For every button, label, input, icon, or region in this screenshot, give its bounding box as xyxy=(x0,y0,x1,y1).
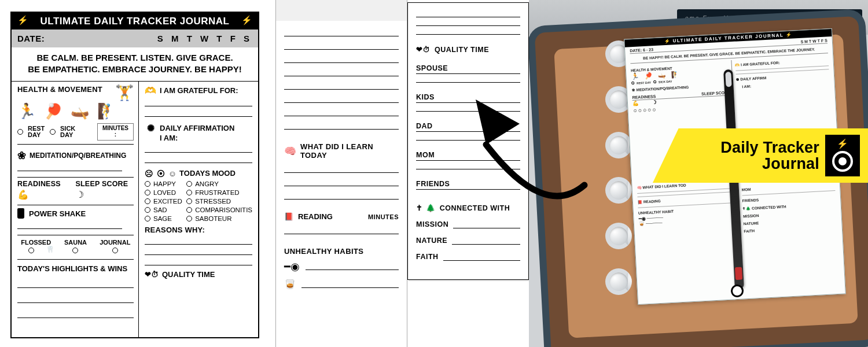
write-line[interactable] xyxy=(17,220,122,229)
mood-label: SABOTEUR xyxy=(195,215,231,222)
sleep-label: SLEEP SCORE xyxy=(76,180,134,188)
cross-tree-icon: ✝ 🌲 xyxy=(416,204,436,212)
write-line[interactable] xyxy=(443,255,520,261)
mood-radio[interactable] xyxy=(145,181,150,187)
pp-readiness: READINESS xyxy=(632,94,656,99)
write-line[interactable] xyxy=(453,223,520,228)
sparkle-icon: ✺ xyxy=(145,123,156,134)
health-heading: HEALTH & MOVEMENT xyxy=(17,85,102,94)
minutes-box[interactable]: MINUTES : xyxy=(97,123,134,141)
spouse-label[interactable]: SPOUSE xyxy=(416,64,520,74)
write-line[interactable] xyxy=(145,109,252,117)
day-selector[interactable]: S M T W T F S xyxy=(157,34,252,43)
right-column: 🫶 I AM GRATEFUL FOR: ✺ DAILY AFFIRMATION… xyxy=(139,82,258,339)
dumbbell-icon: 🏋 xyxy=(115,85,134,100)
power-shake-label: POWER SHAKE xyxy=(29,209,86,218)
badge-line-1: Daily Tracker xyxy=(679,139,819,156)
flossed-radio[interactable] xyxy=(28,248,34,253)
bolt-icon xyxy=(17,15,29,25)
highlights-lines[interactable] xyxy=(17,279,134,318)
dad-label[interactable]: DAD xyxy=(416,122,520,132)
faith-label: FAITH xyxy=(416,253,439,261)
write-line[interactable] xyxy=(452,239,520,245)
page-title-bar: ULTIMATE DAILY TRACKER JOURNAL xyxy=(12,13,258,29)
mood-radio[interactable] xyxy=(186,198,192,204)
journal-strip-b: ❤︎⏱ QUALITY TIME SPOUSE KIDS DAD MOM FRI… xyxy=(407,2,529,280)
bolt-icon xyxy=(664,39,671,45)
book-icon: 📕 xyxy=(284,212,293,221)
blank-lines[interactable] xyxy=(284,36,399,130)
write-line[interactable] xyxy=(145,237,252,245)
mood-label: SAGE xyxy=(153,215,172,222)
product-badge: Daily Tracker Journal xyxy=(653,128,868,183)
write-line[interactable] xyxy=(301,281,399,288)
left-column: HEALTH & MOVEMENT 🏋 🏃 🏓 🛶 🧗 REST DAY SIC… xyxy=(12,82,139,339)
sick-day-radio[interactable] xyxy=(50,129,56,135)
mantra-line-1: BE CALM. BE PRESENT. LISTEN. GIVE GRACE. xyxy=(23,52,247,64)
tooth-icon: 🦷 xyxy=(46,246,54,253)
ring-icon xyxy=(605,268,632,295)
write-line[interactable] xyxy=(17,162,122,171)
journal-radio[interactable] xyxy=(112,248,118,253)
mood-label: COMPARISONITIS xyxy=(195,206,252,213)
stopwatch-heart-icon: ❤︎⏱ xyxy=(416,45,431,54)
write-line[interactable] xyxy=(145,98,252,106)
friends-label[interactable]: FRIENDS xyxy=(416,180,520,190)
write-line[interactable] xyxy=(145,155,252,163)
mom-label[interactable]: MOM xyxy=(416,151,520,161)
sauna-label: SAUNA xyxy=(57,239,94,246)
pp-rest: REST DAY xyxy=(637,81,651,85)
rest-sick-row: REST DAY SICK DAY MINUTES : xyxy=(17,123,134,145)
meditation-row: ❀ MEDITATION/PQ/BREATHING xyxy=(17,149,134,162)
write-line[interactable] xyxy=(145,145,252,153)
sauna-radio[interactable] xyxy=(72,248,78,253)
mood-radio[interactable] xyxy=(186,181,192,187)
minutes-value: : xyxy=(102,131,128,138)
moon-icon: ☽ xyxy=(76,189,134,200)
nature-label: NATURE xyxy=(416,237,447,245)
highlights-heading: TODAY'S HIGHLIGHTS & WINS xyxy=(17,259,134,273)
mood-radio[interactable] xyxy=(145,207,150,213)
cigar-icon: ━◉ xyxy=(284,260,300,273)
pp-affirm: DAILY AFFIRM xyxy=(740,76,766,81)
date-label[interactable]: DATE: xyxy=(17,34,45,43)
mood-radio[interactable] xyxy=(186,216,192,222)
kayak-icon[interactable]: 🛶 xyxy=(71,104,89,119)
write-line[interactable] xyxy=(145,257,252,265)
pickleball-icon[interactable]: 🏓 xyxy=(44,104,62,119)
stopwatch-heart-icon: ❤︎⏱ xyxy=(145,270,159,279)
mantra-block: BE CALM. BE PRESENT. LISTEN. GIVE GRACE.… xyxy=(12,47,258,82)
mood-faces-icon: ☹ ⦿ ☺ xyxy=(145,169,177,178)
iam-label: I AM: xyxy=(160,134,178,142)
mood-label: EXCITED xyxy=(153,198,182,205)
write-line[interactable] xyxy=(306,263,399,270)
reading-label: READING xyxy=(298,212,333,221)
bolt-icon xyxy=(241,15,253,25)
journal-label: JOURNAL xyxy=(97,239,134,246)
readiness-label: READINESS xyxy=(17,180,76,188)
reading-minutes-label[interactable]: MINUTES xyxy=(368,213,399,220)
readiness-block: READINESS 💪 xyxy=(17,180,76,200)
mood-radio[interactable] xyxy=(145,216,150,222)
sick-day-label: SICK DAY xyxy=(60,125,78,138)
mood-radio[interactable] xyxy=(186,207,192,213)
mood-radio[interactable] xyxy=(145,190,150,195)
whiskey-icon: 🥃 xyxy=(284,279,296,290)
write-line[interactable] xyxy=(145,247,252,255)
mantra-line-2: BE EMPATHETIC. EMBRACE JOURNEY. BE HAPPY… xyxy=(23,64,247,75)
brain-icon: 🧠 xyxy=(284,145,296,157)
run-icon[interactable]: 🏃 xyxy=(17,104,36,119)
kids-label[interactable]: KIDS xyxy=(416,93,520,103)
flossed-block: FLOSSED 🦷 xyxy=(17,239,54,253)
page-title: ULTIMATE DAILY TRACKER JOURNAL xyxy=(41,16,230,27)
mood-radio[interactable] xyxy=(186,190,192,195)
badge-line-2: Journal xyxy=(679,156,819,172)
sleep-block: SLEEP SCORE ☽ xyxy=(76,180,134,200)
hike-icon[interactable]: 🧗 xyxy=(97,104,116,119)
mood-radio[interactable] xyxy=(145,198,150,204)
pp-days: S M T W T F S xyxy=(800,38,827,43)
mood-title: TODAYS MOOD xyxy=(179,169,236,178)
pp-sick: SICK DAY xyxy=(659,80,672,84)
rest-day-radio[interactable] xyxy=(17,129,23,135)
mood-label: FRUSTRATED xyxy=(195,189,239,196)
